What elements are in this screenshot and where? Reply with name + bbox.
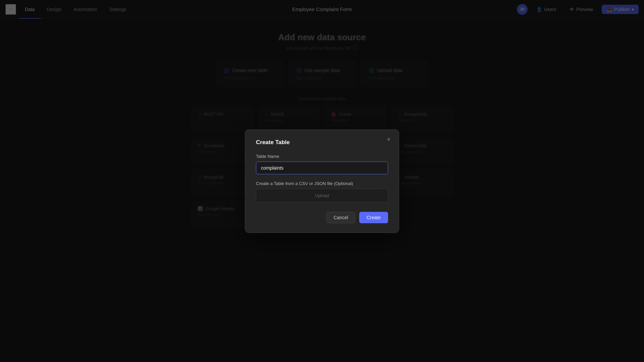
upload-button-label: Upload [315, 193, 329, 198]
table-name-label: Table Name [256, 154, 388, 159]
modal-overlay: × Create Table Table Name Create a Table… [0, 0, 644, 362]
create-table-modal: × Create Table Table Name Create a Table… [245, 129, 399, 233]
modal-actions: Cancel Create [256, 212, 388, 223]
create-button[interactable]: Create [359, 212, 388, 223]
upload-area[interactable]: Upload [256, 189, 388, 202]
modal-title: Create Table [256, 139, 388, 146]
table-name-input[interactable] [256, 162, 388, 174]
modal-close-button[interactable]: × [384, 135, 393, 144]
upload-label: Create a Table from a CSV or JSON file (… [256, 181, 388, 186]
cancel-button[interactable]: Cancel [326, 212, 355, 223]
